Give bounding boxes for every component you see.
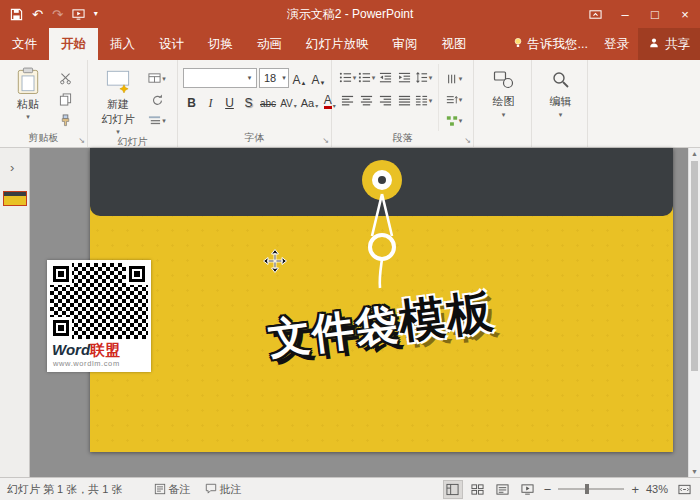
- minimize-button[interactable]: –: [610, 0, 640, 28]
- close-button[interactable]: ×: [670, 0, 700, 28]
- notes-button[interactable]: 备注: [154, 482, 191, 497]
- folder-string[interactable]: [352, 192, 412, 296]
- slide-sorter-view-button[interactable]: [469, 481, 487, 498]
- zoom-out-button[interactable]: −: [544, 482, 552, 497]
- decrease-indent-button[interactable]: [376, 68, 395, 87]
- sign-in-button[interactable]: 登录: [595, 36, 638, 53]
- drawing-group-button-label: 绘图: [493, 94, 515, 109]
- editing-group-button[interactable]: 编辑 ▾: [538, 64, 583, 131]
- statusbar-middle: 备注 批注: [154, 482, 242, 497]
- section-button[interactable]: ▾: [145, 111, 169, 130]
- drawing-group-button[interactable]: 绘图 ▾: [480, 64, 527, 131]
- align-center-button[interactable]: [357, 91, 376, 110]
- font-size-caret-icon[interactable]: ▾: [280, 69, 288, 87]
- tell-me-box[interactable]: 告诉我您...: [505, 36, 595, 53]
- normal-view-button[interactable]: [444, 481, 462, 498]
- new-slide-label-1: 新建: [107, 98, 129, 112]
- zoom-slider-thumb[interactable]: [585, 484, 589, 494]
- tab-home[interactable]: 开始: [49, 28, 98, 60]
- font-name-combo[interactable]: ▾: [183, 68, 257, 88]
- comments-button[interactable]: 批注: [205, 482, 242, 497]
- grow-font-button[interactable]: A▲: [291, 69, 308, 88]
- font-name-caret-icon[interactable]: ▾: [243, 69, 256, 87]
- shrink-font-button[interactable]: A▼: [310, 69, 327, 88]
- zoom-level[interactable]: 43%: [646, 483, 668, 495]
- comments-label: 批注: [220, 482, 242, 497]
- paragraph-dialog-launcher-icon[interactable]: ↘: [464, 137, 471, 145]
- strikethrough-button[interactable]: abc: [259, 92, 277, 111]
- increase-indent-button[interactable]: [395, 68, 414, 87]
- align-text-button[interactable]: ▾: [442, 90, 466, 109]
- watermark-block: Word联盟 www.wordlm.com: [47, 260, 151, 372]
- undo-icon[interactable]: ↶: [32, 8, 43, 21]
- expand-pane-chevron-icon[interactable]: ›: [10, 160, 14, 175]
- bold-button[interactable]: B: [183, 92, 200, 111]
- font-group-label: 字体: [178, 131, 331, 147]
- change-case-button[interactable]: Aa▾: [300, 92, 319, 111]
- grommet-ring: [372, 170, 392, 190]
- zoom-in-button[interactable]: +: [631, 482, 639, 497]
- fit-to-window-button[interactable]: [675, 481, 693, 498]
- numbering-button[interactable]: ▾: [357, 68, 376, 87]
- reading-view-button[interactable]: [494, 481, 512, 498]
- font-dialog-launcher-icon[interactable]: ↘: [322, 137, 329, 145]
- redo-icon[interactable]: ↷: [52, 8, 63, 21]
- tab-view[interactable]: 视图: [430, 28, 479, 60]
- editing-group-label-row: [532, 131, 587, 147]
- editing-caret-icon: ▾: [559, 111, 563, 118]
- scroll-up-icon[interactable]: ▲: [689, 150, 700, 157]
- italic-button[interactable]: I: [202, 92, 219, 111]
- tab-slide-show[interactable]: 幻灯片放映: [294, 28, 381, 60]
- copy-button[interactable]: [53, 90, 77, 109]
- convert-to-smartart-button[interactable]: ▾: [442, 111, 466, 130]
- tab-file[interactable]: 文件: [0, 28, 49, 60]
- slide-thumbnail-pane[interactable]: ›: [0, 148, 30, 477]
- restore-button[interactable]: □: [640, 0, 670, 28]
- tab-review[interactable]: 审阅: [381, 28, 430, 60]
- reset-button[interactable]: [145, 90, 169, 109]
- font-size-combo[interactable]: 18 ▾: [259, 68, 289, 88]
- new-slide-button[interactable]: 新建 幻灯片 ▾: [94, 64, 142, 135]
- character-spacing-button[interactable]: AV▾: [279, 92, 298, 111]
- layout-button[interactable]: ▾: [145, 69, 169, 88]
- group-editing: 编辑 ▾: [532, 60, 588, 147]
- tab-insert[interactable]: 插入: [98, 28, 147, 60]
- align-left-button[interactable]: [338, 91, 357, 110]
- scroll-down-icon[interactable]: ▼: [689, 468, 700, 475]
- justify-button[interactable]: [395, 91, 414, 110]
- zoom-slider[interactable]: [558, 488, 624, 490]
- align-right-button[interactable]: [376, 91, 395, 110]
- slide-thumbnail-1[interactable]: [4, 192, 26, 205]
- shapes-icon: [493, 70, 515, 92]
- slideshow-view-button[interactable]: [519, 481, 537, 498]
- qr-finder-bl: [50, 317, 72, 339]
- save-icon[interactable]: [10, 8, 23, 21]
- tab-transitions[interactable]: 切换: [196, 28, 245, 60]
- line-spacing-button[interactable]: ▾: [414, 68, 433, 87]
- start-slideshow-icon[interactable]: [72, 8, 85, 21]
- statusbar-right: − + 43%: [444, 481, 693, 498]
- paste-caret-icon: ▾: [26, 113, 30, 120]
- paste-button[interactable]: 粘贴 ▾: [6, 64, 50, 131]
- thumbnail-dark-band: [4, 192, 26, 196]
- tab-animations[interactable]: 动画: [245, 28, 294, 60]
- editing-group-button-label: 编辑: [550, 94, 572, 109]
- slide-counter: 幻灯片 第 1 张，共 1 张: [7, 482, 123, 497]
- vertical-scrollbar[interactable]: ▲ ▼: [688, 148, 700, 477]
- cut-button[interactable]: [53, 69, 77, 88]
- slide-canvas[interactable]: 文件袋模板: [90, 148, 673, 452]
- bullets-button[interactable]: ▾: [338, 68, 357, 87]
- text-direction-button[interactable]: ▾: [442, 69, 466, 88]
- format-painter-button[interactable]: [53, 111, 77, 130]
- customize-qat-icon[interactable]: ▾: [94, 10, 98, 18]
- text-shadow-button[interactable]: S: [240, 92, 257, 111]
- clipboard-dialog-launcher-icon[interactable]: ↘: [78, 137, 85, 145]
- ribbon-options-icon[interactable]: [580, 0, 610, 28]
- group-font: ▾ 18 ▾ A▲ A▼ B I U S abc AV▾ Aa▾: [178, 60, 332, 147]
- tab-design[interactable]: 设计: [147, 28, 196, 60]
- columns-button[interactable]: ▾: [414, 91, 433, 110]
- underline-button[interactable]: U: [221, 92, 238, 111]
- scrollbar-thumb[interactable]: [691, 161, 698, 371]
- share-button[interactable]: 共享: [638, 28, 700, 60]
- qr-finder-tr: [126, 263, 148, 285]
